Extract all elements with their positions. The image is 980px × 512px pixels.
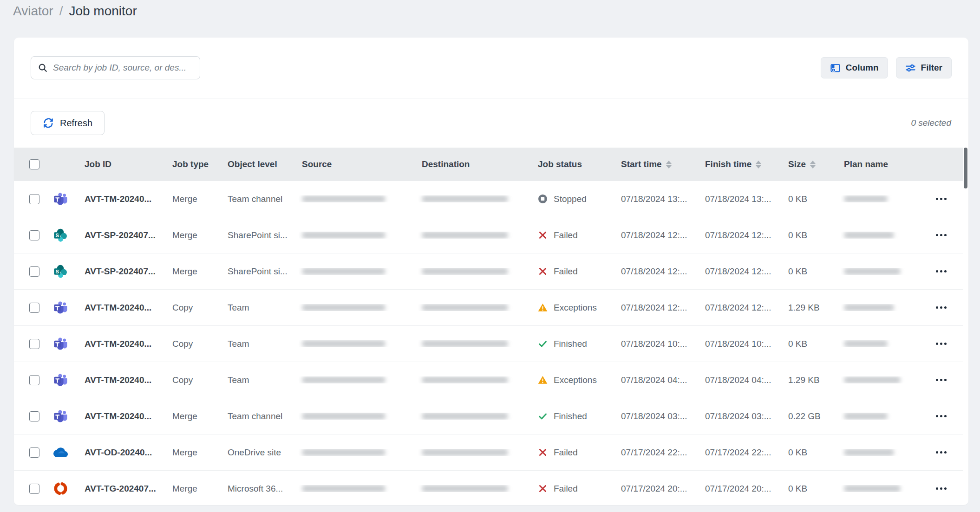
source-redacted bbox=[299, 449, 418, 456]
service-icon: S bbox=[53, 228, 68, 242]
onedrive-icon bbox=[53, 445, 68, 460]
failed-icon bbox=[538, 230, 548, 240]
job-id: AVT-TM-20240... bbox=[81, 194, 169, 204]
table-header-row: Job ID Job type Object level Source Dest… bbox=[14, 148, 963, 181]
header-start-time[interactable]: Start time bbox=[618, 159, 702, 169]
status-label: Failed bbox=[554, 447, 578, 458]
column-icon bbox=[830, 63, 841, 73]
source-redacted bbox=[299, 413, 418, 420]
job-status: Failed bbox=[535, 447, 618, 458]
refresh-icon bbox=[43, 117, 54, 129]
job-size: 0 KB bbox=[785, 194, 841, 204]
filter-button[interactable]: Filter bbox=[896, 57, 952, 78]
refresh-button[interactable]: Refresh bbox=[31, 111, 105, 135]
job-type: Merge bbox=[169, 230, 225, 240]
start-time: 07/18/2024 10:... bbox=[618, 339, 702, 349]
job-id: AVT-TM-20240... bbox=[81, 303, 169, 313]
row-checkbox[interactable] bbox=[29, 411, 39, 421]
header-job-id: Job ID bbox=[81, 159, 169, 169]
source-redacted bbox=[299, 268, 418, 275]
row-actions-button[interactable] bbox=[934, 231, 948, 239]
jobs-table: Job ID Job type Object level Source Dest… bbox=[14, 148, 963, 505]
destination-redacted bbox=[418, 449, 535, 456]
source-redacted bbox=[299, 232, 418, 239]
sharepoint-icon: S bbox=[53, 264, 68, 279]
service-icon: S bbox=[53, 192, 68, 206]
plan-name-redacted bbox=[841, 340, 920, 347]
start-time: 07/18/2024 13:... bbox=[618, 194, 702, 204]
row-actions-button[interactable] bbox=[934, 267, 948, 275]
finish-time: 07/17/2024 22:... bbox=[702, 447, 785, 458]
job-size: 0 KB bbox=[785, 339, 841, 349]
service-icon: S bbox=[53, 300, 68, 315]
row-checkbox[interactable] bbox=[29, 230, 39, 240]
finished-icon bbox=[538, 411, 548, 421]
breadcrumb-aviator-link[interactable]: Aviator bbox=[13, 4, 53, 19]
failed-icon bbox=[538, 447, 548, 457]
source-redacted bbox=[299, 485, 418, 492]
row-checkbox[interactable] bbox=[29, 194, 39, 204]
destination-redacted bbox=[418, 340, 535, 347]
destination-redacted bbox=[418, 232, 535, 239]
table-row: S AVT-SP-202407... Merge SharePoint si..… bbox=[14, 217, 963, 253]
service-icon: S bbox=[53, 481, 68, 496]
row-actions-button[interactable] bbox=[934, 304, 948, 311]
object-level: OneDrive site bbox=[225, 447, 299, 458]
vertical-scrollbar-thumb[interactable] bbox=[964, 148, 967, 188]
status-icon bbox=[538, 447, 548, 457]
job-type: Merge bbox=[169, 447, 225, 458]
start-time: 07/18/2024 03:... bbox=[618, 411, 702, 421]
teams-icon bbox=[53, 192, 68, 206]
job-id: AVT-TM-20240... bbox=[81, 339, 169, 349]
status-label: Stopped bbox=[554, 194, 587, 204]
sort-icon[interactable] bbox=[666, 161, 672, 169]
sort-icon[interactable] bbox=[810, 161, 816, 169]
row-actions-button[interactable] bbox=[934, 448, 948, 456]
row-actions-button[interactable] bbox=[934, 195, 948, 203]
header-destination: Destination bbox=[418, 159, 535, 169]
header-size[interactable]: Size bbox=[785, 159, 841, 169]
job-type: Copy bbox=[169, 339, 225, 349]
select-all-checkbox[interactable] bbox=[29, 159, 39, 169]
search-input[interactable] bbox=[53, 63, 193, 73]
search-box[interactable] bbox=[31, 56, 200, 79]
page-title: Job monitor bbox=[69, 4, 137, 19]
table-row: S AVT-TG-202407... Merge Microsoft 36... bbox=[14, 471, 963, 505]
start-time: 07/18/2024 04:... bbox=[618, 375, 702, 385]
status-icon bbox=[538, 230, 548, 240]
svg-text:S: S bbox=[56, 269, 59, 274]
row-checkbox[interactable] bbox=[29, 375, 39, 385]
object-level: Team channel bbox=[225, 411, 299, 421]
row-checkbox[interactable] bbox=[29, 266, 39, 277]
destination-redacted bbox=[418, 485, 535, 492]
row-actions-button[interactable] bbox=[934, 412, 948, 420]
job-id: AVT-TG-202407... bbox=[81, 484, 169, 494]
job-size: 1.29 KB bbox=[785, 303, 841, 313]
plan-name-redacted bbox=[841, 304, 920, 311]
job-status: Exceptions bbox=[535, 375, 618, 385]
start-time: 07/18/2024 12:... bbox=[618, 266, 702, 277]
header-finish-time[interactable]: Finish time bbox=[702, 159, 785, 169]
object-level: Microsoft 36... bbox=[225, 484, 299, 494]
row-checkbox[interactable] bbox=[29, 484, 39, 494]
row-checkbox[interactable] bbox=[29, 303, 39, 313]
row-checkbox[interactable] bbox=[29, 447, 39, 458]
service-icon: S bbox=[53, 445, 68, 460]
table-row: S AVT-TM-20240... Copy Team bbox=[14, 362, 963, 398]
row-checkbox[interactable] bbox=[29, 339, 39, 349]
job-id: AVT-OD-20240... bbox=[81, 447, 169, 458]
sort-icon[interactable] bbox=[756, 161, 761, 169]
row-actions-button[interactable] bbox=[934, 340, 948, 348]
table-row: S AVT-TM-20240... Copy Team bbox=[14, 290, 963, 326]
row-actions-button[interactable] bbox=[934, 485, 948, 493]
filter-button-label: Filter bbox=[921, 63, 942, 73]
header-object-level: Object level bbox=[225, 159, 299, 169]
plan-name-redacted bbox=[841, 195, 920, 202]
start-time: 07/18/2024 12:... bbox=[618, 230, 702, 240]
row-actions-button[interactable] bbox=[934, 376, 948, 384]
column-button-label: Column bbox=[846, 63, 879, 73]
job-status: Exceptions bbox=[535, 303, 618, 313]
actions-toolbar: Refresh 0 selected bbox=[14, 98, 968, 148]
column-button[interactable]: Column bbox=[821, 57, 888, 78]
object-level: Team bbox=[225, 375, 299, 385]
